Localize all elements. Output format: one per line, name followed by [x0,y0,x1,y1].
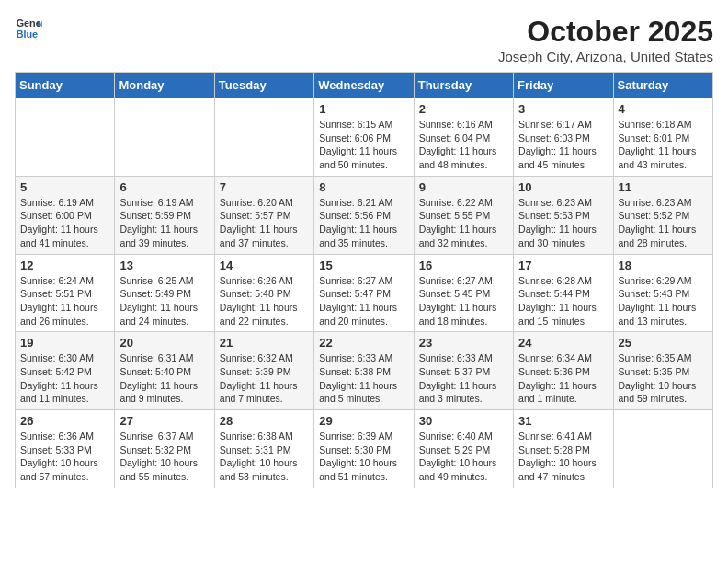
day-number: 30 [419,414,508,428]
calendar-header-row: SundayMondayTuesdayWednesdayThursdayFrid… [16,73,713,98]
day-info: Sunrise: 6:38 AM Sunset: 5:31 PM Dayligh… [220,430,309,484]
calendar-week-row: 19Sunrise: 6:30 AM Sunset: 5:42 PM Dayli… [16,332,713,410]
day-number: 25 [619,336,708,350]
day-number: 9 [419,180,508,194]
weekday-header: Saturday [613,73,712,98]
calendar-table: SundayMondayTuesdayWednesdayThursdayFrid… [15,72,713,488]
day-number: 18 [619,259,708,272]
day-info: Sunrise: 6:23 AM Sunset: 5:53 PM Dayligh… [518,196,608,250]
calendar-cell: 10Sunrise: 6:23 AM Sunset: 5:53 PM Dayli… [514,176,613,254]
calendar-cell: 13Sunrise: 6:25 AM Sunset: 5:49 PM Dayli… [115,254,214,332]
calendar-week-row: 1Sunrise: 6:15 AM Sunset: 6:06 PM Daylig… [16,98,713,177]
day-number: 12 [20,259,109,272]
day-info: Sunrise: 6:33 AM Sunset: 5:37 PM Dayligh… [419,351,508,406]
day-number: 27 [119,414,209,428]
day-number: 1 [319,102,408,116]
day-info: Sunrise: 6:39 AM Sunset: 5:30 PM Dayligh… [319,430,408,484]
calendar-cell: 22Sunrise: 6:33 AM Sunset: 5:38 PM Dayli… [314,332,414,410]
calendar-cell: 29Sunrise: 6:39 AM Sunset: 5:30 PM Dayli… [314,410,414,488]
day-number: 24 [518,336,608,350]
month-title: October 2025 [498,15,713,49]
day-number: 22 [319,336,408,350]
calendar-cell: 18Sunrise: 6:29 AM Sunset: 5:43 PM Dayli… [613,254,712,332]
calendar-cell: 31Sunrise: 6:41 AM Sunset: 5:28 PM Dayli… [514,410,613,488]
calendar-cell: 2Sunrise: 6:16 AM Sunset: 6:04 PM Daylig… [414,98,513,177]
calendar-cell: 11Sunrise: 6:23 AM Sunset: 5:52 PM Dayli… [613,176,712,254]
day-info: Sunrise: 6:22 AM Sunset: 5:55 PM Dayligh… [419,196,508,250]
day-info: Sunrise: 6:34 AM Sunset: 5:36 PM Dayligh… [518,351,608,406]
calendar-cell: 20Sunrise: 6:31 AM Sunset: 5:40 PM Dayli… [115,332,214,410]
day-info: Sunrise: 6:17 AM Sunset: 6:03 PM Dayligh… [518,118,608,172]
day-info: Sunrise: 6:16 AM Sunset: 6:04 PM Dayligh… [419,118,508,172]
calendar-cell: 25Sunrise: 6:35 AM Sunset: 5:35 PM Dayli… [613,332,712,410]
day-info: Sunrise: 6:37 AM Sunset: 5:32 PM Dayligh… [119,430,209,484]
day-number: 17 [518,259,608,272]
calendar-cell: 27Sunrise: 6:37 AM Sunset: 5:32 PM Dayli… [115,410,214,488]
svg-text:Blue: Blue [17,29,38,40]
calendar-cell: 26Sunrise: 6:36 AM Sunset: 5:33 PM Dayli… [16,410,115,488]
logo: General Blue [15,15,42,42]
calendar-cell: 1Sunrise: 6:15 AM Sunset: 6:06 PM Daylig… [314,98,414,177]
day-info: Sunrise: 6:26 AM Sunset: 5:48 PM Dayligh… [220,274,309,328]
calendar-cell [16,98,115,177]
day-number: 2 [419,102,508,116]
day-info: Sunrise: 6:36 AM Sunset: 5:33 PM Dayligh… [20,430,109,484]
day-number: 15 [319,259,408,272]
calendar-cell: 19Sunrise: 6:30 AM Sunset: 5:42 PM Dayli… [16,332,115,410]
calendar-cell: 30Sunrise: 6:40 AM Sunset: 5:29 PM Dayli… [414,410,513,488]
calendar-cell: 7Sunrise: 6:20 AM Sunset: 5:57 PM Daylig… [214,176,313,254]
day-number: 11 [619,180,708,194]
day-info: Sunrise: 6:27 AM Sunset: 5:45 PM Dayligh… [419,274,508,328]
day-info: Sunrise: 6:30 AM Sunset: 5:42 PM Dayligh… [20,351,109,406]
calendar-cell: 14Sunrise: 6:26 AM Sunset: 5:48 PM Dayli… [214,254,313,332]
day-info: Sunrise: 6:35 AM Sunset: 5:35 PM Dayligh… [619,351,708,406]
day-info: Sunrise: 6:32 AM Sunset: 5:39 PM Dayligh… [220,351,309,406]
calendar-cell: 3Sunrise: 6:17 AM Sunset: 6:03 PM Daylig… [514,98,613,177]
calendar-cell [613,410,712,488]
day-info: Sunrise: 6:40 AM Sunset: 5:29 PM Dayligh… [419,430,508,484]
calendar-cell: 6Sunrise: 6:19 AM Sunset: 5:59 PM Daylig… [115,176,214,254]
weekday-header: Monday [115,73,214,98]
day-number: 4 [619,102,708,116]
day-info: Sunrise: 6:31 AM Sunset: 5:40 PM Dayligh… [119,351,209,406]
day-number: 21 [220,336,309,350]
day-number: 26 [20,414,109,428]
day-info: Sunrise: 6:28 AM Sunset: 5:44 PM Dayligh… [518,274,608,328]
day-number: 8 [319,180,408,194]
calendar-cell: 24Sunrise: 6:34 AM Sunset: 5:36 PM Dayli… [514,332,613,410]
day-info: Sunrise: 6:19 AM Sunset: 6:00 PM Dayligh… [20,196,109,250]
day-number: 28 [220,414,309,428]
day-info: Sunrise: 6:21 AM Sunset: 5:56 PM Dayligh… [319,196,408,250]
calendar-cell: 15Sunrise: 6:27 AM Sunset: 5:47 PM Dayli… [314,254,414,332]
day-info: Sunrise: 6:33 AM Sunset: 5:38 PM Dayligh… [319,351,408,406]
calendar-cell: 9Sunrise: 6:22 AM Sunset: 5:55 PM Daylig… [414,176,513,254]
day-number: 14 [220,259,309,272]
calendar-week-row: 5Sunrise: 6:19 AM Sunset: 6:00 PM Daylig… [16,176,713,254]
calendar-cell: 12Sunrise: 6:24 AM Sunset: 5:51 PM Dayli… [16,254,115,332]
day-number: 5 [20,180,109,194]
day-info: Sunrise: 6:29 AM Sunset: 5:43 PM Dayligh… [619,274,708,328]
day-info: Sunrise: 6:20 AM Sunset: 5:57 PM Dayligh… [220,196,309,250]
day-info: Sunrise: 6:15 AM Sunset: 6:06 PM Dayligh… [319,118,408,172]
title-block: October 2025 Joseph City, Arizona, Unite… [498,15,713,64]
calendar-cell [115,98,214,177]
calendar-cell: 16Sunrise: 6:27 AM Sunset: 5:45 PM Dayli… [414,254,513,332]
weekday-header: Thursday [414,73,513,98]
calendar-cell: 28Sunrise: 6:38 AM Sunset: 5:31 PM Dayli… [214,410,313,488]
day-number: 10 [518,180,608,194]
day-number: 3 [518,102,608,116]
location-title: Joseph City, Arizona, United States [498,49,713,64]
day-number: 16 [419,259,508,272]
weekday-header: Friday [514,73,613,98]
calendar-cell: 21Sunrise: 6:32 AM Sunset: 5:39 PM Dayli… [214,332,313,410]
day-number: 19 [20,336,109,350]
logo-icon: General Blue [15,15,42,42]
day-info: Sunrise: 6:41 AM Sunset: 5:28 PM Dayligh… [518,430,608,484]
calendar-cell: 5Sunrise: 6:19 AM Sunset: 6:00 PM Daylig… [16,176,115,254]
day-info: Sunrise: 6:19 AM Sunset: 5:59 PM Dayligh… [119,196,209,250]
calendar-cell: 4Sunrise: 6:18 AM Sunset: 6:01 PM Daylig… [613,98,712,177]
day-info: Sunrise: 6:23 AM Sunset: 5:52 PM Dayligh… [619,196,708,250]
calendar-cell: 23Sunrise: 6:33 AM Sunset: 5:37 PM Dayli… [414,332,513,410]
day-number: 29 [319,414,408,428]
weekday-header: Tuesday [214,73,313,98]
